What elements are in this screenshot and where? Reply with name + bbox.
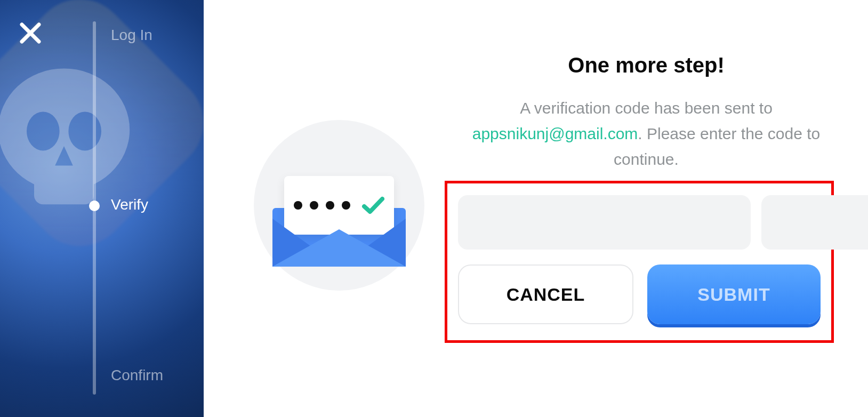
subtitle-pre: A verification code has been sent to	[520, 99, 773, 117]
step-confirm: Confirm	[111, 367, 163, 384]
envelope-code-icon	[272, 171, 406, 267]
main-panel: One more step! A verification code has b…	[204, 0, 868, 417]
close-button[interactable]	[19, 21, 42, 45]
checkmark-icon	[361, 194, 384, 217]
skull-background-icon	[0, 64, 139, 213]
step-login: Log In	[111, 27, 152, 44]
annotation-highlight: CANCEL SUBMIT	[445, 181, 834, 343]
sidebar: Log In Verify Confirm	[0, 0, 204, 417]
verification-illustration	[254, 120, 424, 291]
page-subtitle: A verification code has been sent to app…	[449, 95, 843, 172]
code-input-row	[458, 195, 821, 250]
button-row: CANCEL SUBMIT	[458, 264, 821, 324]
page-title: One more step!	[449, 53, 843, 77]
svg-rect-1	[34, 169, 94, 204]
cancel-button[interactable]: CANCEL	[458, 264, 633, 324]
code-digit-1[interactable]	[458, 195, 751, 250]
step-verify: Verify	[111, 196, 148, 213]
subtitle-post: . Please enter the code to continue.	[614, 125, 820, 168]
svg-point-3	[68, 112, 101, 151]
submit-button[interactable]: SUBMIT	[647, 264, 821, 324]
timeline-dot-active	[89, 201, 100, 211]
code-digit-2[interactable]	[761, 195, 868, 250]
svg-point-2	[27, 112, 60, 151]
verification-email: appsnikunj@gmail.com	[472, 125, 638, 142]
close-icon	[19, 21, 42, 45]
